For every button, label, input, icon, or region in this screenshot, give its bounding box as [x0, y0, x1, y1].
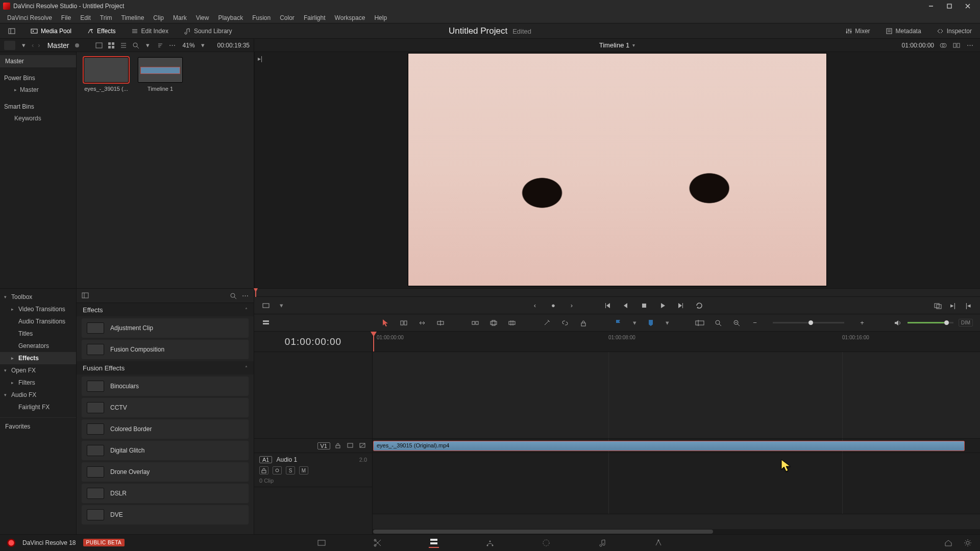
- cat-audio-transitions[interactable]: Audio Transitions: [0, 315, 76, 328]
- v1-badge[interactable]: V1: [317, 442, 330, 449]
- overwrite-clip-button[interactable]: [489, 318, 498, 328]
- window-minimize-button[interactable]: [922, 0, 940, 12]
- a1-badge[interactable]: A1: [259, 456, 272, 463]
- stop-button[interactable]: [640, 301, 649, 310]
- match-frame-icon[interactable]: ▸|: [258, 55, 262, 62]
- menu-color[interactable]: Color: [276, 13, 299, 22]
- menu-edit[interactable]: Edit: [76, 13, 95, 22]
- zoom-minus-button[interactable]: −: [750, 318, 760, 328]
- view-thumb-icon[interactable]: [95, 41, 103, 49]
- project-settings-button[interactable]: [963, 538, 973, 548]
- menu-mark[interactable]: Mark: [169, 13, 191, 22]
- sort-icon[interactable]: [156, 41, 164, 49]
- menu-view[interactable]: View: [192, 13, 213, 22]
- chevron-down-icon[interactable]: ▾: [199, 41, 207, 49]
- search-icon[interactable]: [132, 41, 140, 49]
- menu-help[interactable]: Help: [370, 13, 391, 22]
- more-options-icon[interactable]: ⋯: [242, 292, 249, 299]
- cat-audiofx[interactable]: ▾Audio FX: [0, 389, 76, 401]
- project-manager-button[interactable]: [943, 538, 953, 548]
- search-icon[interactable]: [230, 292, 237, 299]
- page-fairlight-button[interactable]: [597, 538, 607, 548]
- page-cut-button[interactable]: [373, 538, 383, 548]
- cat-titles[interactable]: Titles: [0, 328, 76, 340]
- cat-video-transitions[interactable]: ▸Video Transitions: [0, 303, 76, 315]
- effects-group-header[interactable]: Effects˄: [77, 303, 254, 316]
- fx-item-fusion-composition[interactable]: Fusion Composition: [82, 340, 249, 359]
- breadcrumb[interactable]: Master: [47, 41, 69, 49]
- bypass-color-icon[interactable]: [939, 41, 947, 49]
- goto-next-button[interactable]: ▸|: [948, 301, 958, 310]
- view-list-icon[interactable]: [119, 41, 128, 49]
- menu-davinci[interactable]: DaVinci Resolve: [3, 13, 56, 22]
- link-button[interactable]: [560, 318, 570, 328]
- chevron-down-icon[interactable]: ▾: [277, 301, 286, 310]
- fx-item-cctv[interactable]: CCTV: [82, 398, 249, 417]
- page-deliver-button[interactable]: [653, 538, 664, 548]
- panel-layout-icon[interactable]: [82, 292, 90, 300]
- timeline-timecode[interactable]: 01:00:00:00: [254, 332, 372, 352]
- cat-effects[interactable]: ▸Effects: [0, 352, 76, 364]
- mixer-tab[interactable]: Mixer: [842, 26, 873, 37]
- cat-filters[interactable]: ▸Filters: [0, 377, 76, 389]
- more-options-icon[interactable]: ⋯: [168, 41, 177, 49]
- arm-record-icon[interactable]: [273, 466, 282, 474]
- menu-workspace[interactable]: Workspace: [331, 13, 370, 22]
- jump-end-button[interactable]: [676, 301, 685, 310]
- chevron-down-icon[interactable]: ▾: [632, 318, 637, 328]
- blade-tool-button[interactable]: [436, 318, 445, 328]
- dynamic-trim-button[interactable]: [418, 318, 427, 328]
- single-dual-viewer-icon[interactable]: [952, 41, 961, 49]
- bin-view-mode-button[interactable]: [4, 41, 15, 50]
- auto-select-icon[interactable]: [347, 442, 355, 450]
- timeline-view-options-button[interactable]: [261, 318, 271, 328]
- window-close-button[interactable]: [959, 0, 977, 12]
- next-clip-icon[interactable]: ›: [567, 301, 576, 310]
- metadata-tab[interactable]: Metadata: [883, 26, 924, 37]
- blade-edit-button[interactable]: [542, 318, 551, 328]
- play-button[interactable]: [658, 301, 667, 310]
- chevron-down-icon[interactable]: ▾: [665, 318, 670, 328]
- video-track-header[interactable]: V1: [254, 439, 372, 453]
- menu-file[interactable]: File: [57, 13, 75, 22]
- view-grid-icon[interactable]: [107, 41, 115, 49]
- page-media-button[interactable]: [316, 538, 327, 548]
- lock-track-icon[interactable]: [334, 442, 342, 450]
- clip-thumb-2[interactable]: Timeline 1: [138, 57, 183, 92]
- audio-track-lane[interactable]: [373, 453, 980, 514]
- insert-clip-button[interactable]: [471, 318, 480, 328]
- cat-fairlight-fx[interactable]: Fairlight FX: [0, 401, 76, 413]
- timeline-clip[interactable]: eyes_-_39015 (Original).mp4: [373, 441, 965, 451]
- record-icon[interactable]: ●: [549, 301, 558, 310]
- menu-clip[interactable]: Clip: [149, 13, 168, 22]
- zoom-out-button[interactable]: [732, 318, 741, 328]
- selection-tool-button[interactable]: [381, 318, 390, 328]
- disable-track-icon[interactable]: [359, 442, 367, 450]
- nav-back-icon[interactable]: ‹: [32, 41, 34, 49]
- window-maximize-button[interactable]: [940, 0, 959, 12]
- page-edit-button[interactable]: [429, 538, 439, 548]
- mute-button[interactable]: M: [299, 466, 308, 474]
- page-fusion-button[interactable]: [485, 538, 495, 548]
- viewer-options-icon[interactable]: ⋯: [966, 41, 974, 49]
- zoom-level[interactable]: 41%: [183, 42, 195, 49]
- power-bin-master[interactable]: ▸Master: [0, 84, 76, 96]
- fx-item-dslr[interactable]: DSLR: [82, 484, 249, 503]
- fx-item-digital-glitch[interactable]: Digital Glitch: [82, 441, 249, 460]
- timeline-zoom-slider[interactable]: [773, 322, 844, 323]
- fx-item-colored-border[interactable]: Colored Border: [82, 419, 249, 439]
- replace-clip-button[interactable]: [507, 318, 517, 328]
- viewer-canvas[interactable]: [408, 53, 827, 286]
- smart-bin-keywords[interactable]: Keywords: [0, 112, 76, 124]
- prev-clip-icon[interactable]: ‹: [530, 301, 540, 310]
- menu-fusion[interactable]: Fusion: [248, 13, 275, 22]
- zoom-to-fit-button[interactable]: [714, 318, 723, 328]
- snap-button[interactable]: [695, 318, 704, 328]
- cat-openfx[interactable]: ▾Open FX: [0, 364, 76, 377]
- sound-library-tab[interactable]: Sound Library: [181, 26, 235, 37]
- nav-fwd-icon[interactable]: ›: [38, 41, 40, 49]
- marker-button[interactable]: [646, 318, 655, 328]
- step-back-button[interactable]: [621, 301, 630, 310]
- chevron-down-icon[interactable]: ▾: [19, 41, 28, 49]
- viewer-scrubber[interactable]: [254, 289, 980, 297]
